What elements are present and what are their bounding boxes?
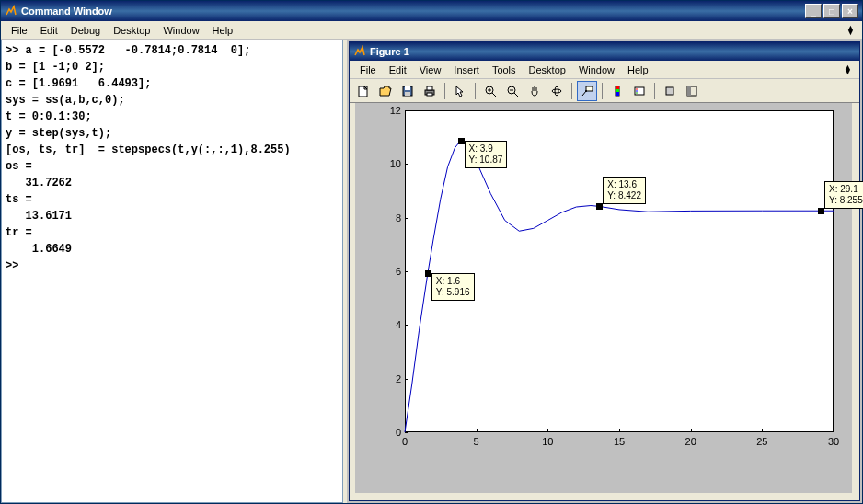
figure-titlebar: Figure 1 bbox=[350, 42, 859, 61]
legend-icon[interactable] bbox=[629, 81, 650, 101]
datatip-y: Y: 8.255 bbox=[829, 195, 863, 205]
data-tip[interactable]: X: 1.6Y: 5.916 bbox=[432, 273, 475, 301]
command-output: >> a = [-0.5572 -0.7814;0.7814 0]; b = [… bbox=[2, 40, 342, 276]
window-controls: _ □ × bbox=[805, 4, 858, 18]
svg-rect-29 bbox=[687, 86, 691, 96]
cursor-icon[interactable] bbox=[450, 81, 470, 101]
fig-menu-edit[interactable]: Edit bbox=[383, 63, 413, 77]
data-cursor-icon[interactable] bbox=[577, 81, 597, 101]
toolbar-separator bbox=[475, 83, 476, 99]
svg-line-8 bbox=[492, 93, 496, 97]
new-figure-icon[interactable] bbox=[353, 81, 374, 101]
save-icon[interactable] bbox=[397, 81, 418, 101]
main-splitter: >> a = [-0.5572 -0.7814;0.7814 0]; b = [… bbox=[1, 40, 862, 503]
fig-menu-help[interactable]: Help bbox=[621, 63, 655, 77]
hide-tools-icon[interactable] bbox=[660, 81, 680, 101]
toolbar-separator bbox=[571, 83, 572, 99]
zoom-in-icon[interactable] bbox=[480, 81, 501, 101]
svg-point-18 bbox=[585, 90, 587, 92]
svg-point-14 bbox=[552, 89, 561, 93]
command-text-area[interactable]: >> a = [-0.5572 -0.7814;0.7814 0]; b = [… bbox=[1, 40, 343, 503]
command-window-titlebar: Command Window _ □ × bbox=[1, 1, 862, 21]
datatip-y: Y: 10.87 bbox=[469, 155, 503, 165]
datatip-y: Y: 5.916 bbox=[436, 287, 470, 297]
command-window-title: Command Window bbox=[21, 6, 112, 17]
svg-rect-20 bbox=[616, 86, 619, 89]
svg-point-15 bbox=[555, 86, 558, 96]
datatip-x: X: 1.6 bbox=[436, 276, 460, 286]
svg-rect-16 bbox=[586, 86, 593, 91]
matlab-icon bbox=[5, 5, 17, 17]
data-tip[interactable]: X: 29.1Y: 8.255 bbox=[824, 181, 863, 209]
datatip-x: X: 13.6 bbox=[607, 179, 637, 189]
zoom-out-icon[interactable] bbox=[502, 81, 523, 101]
open-icon[interactable] bbox=[375, 81, 396, 101]
svg-rect-3 bbox=[405, 92, 410, 96]
matlab-icon bbox=[353, 45, 366, 58]
figure-container: Figure 1 File Edit View Insert Tools Des… bbox=[343, 40, 862, 503]
toolbar-separator bbox=[602, 83, 603, 99]
rotate-icon[interactable] bbox=[547, 81, 567, 101]
figure-window: Figure 1 File Edit View Insert Tools Des… bbox=[349, 41, 860, 501]
data-point-marker[interactable] bbox=[425, 270, 432, 277]
data-point-marker[interactable] bbox=[458, 138, 465, 144]
figure-menubar: File Edit View Insert Tools Desktop Wind… bbox=[350, 61, 859, 79]
dock-icon[interactable] bbox=[682, 81, 702, 101]
datatip-y: Y: 8.422 bbox=[607, 190, 641, 200]
fig-menu-file[interactable]: File bbox=[353, 63, 383, 77]
figure-title: Figure 1 bbox=[370, 46, 409, 57]
datatip-x: X: 29.1 bbox=[829, 184, 858, 194]
figure-toolbar bbox=[350, 79, 859, 103]
svg-rect-5 bbox=[427, 86, 432, 90]
menu-expand-icon[interactable]: ▲▼ bbox=[840, 65, 856, 74]
close-button[interactable]: × bbox=[842, 4, 858, 18]
fig-menu-window[interactable]: Window bbox=[572, 63, 621, 77]
colorbar-icon[interactable] bbox=[607, 81, 627, 101]
menu-help[interactable]: Help bbox=[206, 23, 240, 38]
menu-debug[interactable]: Debug bbox=[64, 23, 107, 38]
fig-menu-insert[interactable]: Insert bbox=[447, 63, 486, 77]
fig-menu-tools[interactable]: Tools bbox=[486, 63, 523, 77]
data-tip[interactable]: X: 13.6Y: 8.422 bbox=[603, 177, 646, 204]
svg-rect-2 bbox=[405, 86, 410, 90]
svg-line-12 bbox=[514, 93, 518, 97]
toolbar-separator bbox=[654, 83, 655, 99]
svg-rect-27 bbox=[666, 87, 673, 95]
data-tip[interactable]: X: 3.9Y: 10.87 bbox=[465, 141, 508, 168]
plot-overlay: 024681012051015202530X: 1.6Y: 5.916X: 3.… bbox=[355, 103, 852, 493]
menu-edit[interactable]: Edit bbox=[34, 23, 64, 38]
menu-expand-icon[interactable]: ▲▼ bbox=[843, 26, 858, 35]
plot-area: 024681012051015202530X: 1.6Y: 5.916X: 3.… bbox=[355, 103, 852, 493]
pan-icon[interactable] bbox=[524, 81, 545, 101]
data-point-marker[interactable] bbox=[818, 208, 824, 214]
maximize-button[interactable]: □ bbox=[823, 4, 840, 18]
svg-rect-22 bbox=[616, 92, 619, 96]
data-point-marker[interactable] bbox=[596, 203, 603, 210]
svg-rect-6 bbox=[427, 93, 432, 96]
fig-menu-desktop[interactable]: Desktop bbox=[523, 63, 572, 77]
toolbar-separator bbox=[444, 83, 445, 99]
command-window: Command Window _ □ × File Edit Debug Des… bbox=[0, 0, 863, 504]
command-menubar: File Edit Debug Desktop Window Help ▲▼ bbox=[1, 21, 862, 40]
menu-desktop[interactable]: Desktop bbox=[107, 23, 156, 38]
svg-rect-21 bbox=[616, 89, 619, 92]
menu-window[interactable]: Window bbox=[156, 23, 205, 38]
print-icon[interactable] bbox=[420, 81, 440, 101]
menu-file[interactable]: File bbox=[5, 23, 34, 38]
datatip-x: X: 3.9 bbox=[469, 143, 493, 154]
fig-menu-view[interactable]: View bbox=[413, 63, 448, 77]
minimize-button[interactable]: _ bbox=[805, 4, 822, 18]
